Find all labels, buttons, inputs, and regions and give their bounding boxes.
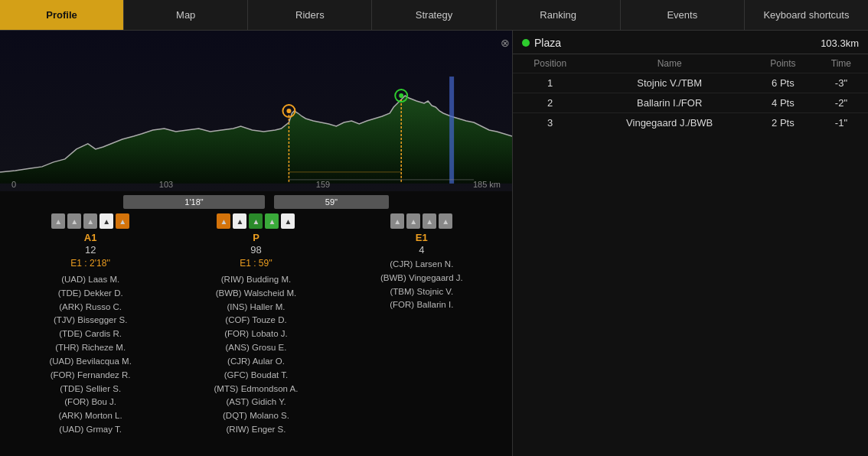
group-p-number: 98 (250, 244, 261, 256)
group-a1-label: A1 (84, 232, 97, 243)
svg-rect-7 (449, 77, 454, 184)
rider-p-6: (ANS) Grosu E. (214, 341, 299, 355)
row2-name: Ballarin I./FOR (587, 93, 752, 113)
table-header-row: Position Name Points Time (513, 54, 868, 73)
row1-time: -3" (814, 73, 868, 93)
location-name: Plaza (534, 37, 561, 49)
rider-p-8: (GFC) Boudat T. (214, 369, 299, 383)
rider-a1-7: (UAD) Bevilacqua M. (49, 355, 131, 369)
svg-point-3 (286, 109, 291, 113)
profile-chart (0, 31, 512, 191)
green-dot-icon (522, 39, 530, 47)
rider-a1-1: (UAD) Laas M. (49, 273, 131, 287)
main-content: ► (0, 31, 868, 456)
group-e1-label: E1 (416, 232, 428, 243)
rider-a1-5: (TDE) Cardis R. (49, 327, 131, 341)
time-bars: 1'18" 59'' (8, 195, 504, 209)
rider-p-4: (COF) Touze D. (214, 314, 299, 327)
rider-p-7: (CJR) Aular O. (214, 355, 299, 369)
rider-p-1: (RIW) Budding M. (214, 273, 299, 287)
tab-profile[interactable]: Profile (0, 0, 124, 30)
tab-events[interactable]: Events (621, 0, 745, 30)
jersey-white-2: ▲ (233, 213, 246, 229)
jersey-green-1: ▲ (249, 213, 263, 229)
jersey-gray-6: ▲ (423, 213, 436, 229)
row3-time: -1" (814, 113, 868, 133)
ranking-table: Position Name Points Time 1 Stojnic V./T… (513, 54, 868, 132)
time-bar-2: 59'' (274, 195, 389, 209)
ranking-panel: ⊗ Plaza 103.3km Position Name Points Tim… (513, 31, 868, 456)
col-time: Time (814, 54, 868, 73)
jersey-gray-1: ▲ (51, 213, 65, 229)
tab-keyboard-shortcuts[interactable]: Keyboard shortcuts (745, 0, 868, 30)
group-columns: ▲ ▲ ▲ ▲ ▲ A1 12 E1 : 2'18'' (UAD) Laas M… (8, 213, 504, 437)
time-bar-1: 1'18" (123, 195, 265, 209)
rider-list-p: (RIW) Budding M. (BWB) Walscheid M. (INS… (214, 273, 299, 437)
row1-points: 6 Pts (752, 73, 814, 93)
rider-e1-3: (TBM) Stojnic V. (380, 285, 463, 299)
rider-a1-6: (THR) Richeze M. (49, 341, 131, 355)
jersey-row-e1: ▲ ▲ ▲ ▲ (390, 213, 452, 229)
km-label-185: 185 km (473, 180, 501, 189)
tab-ranking[interactable]: Ranking (497, 0, 621, 30)
jersey-white-1: ▲ (100, 213, 113, 229)
groups-area: 1'18" 59'' ▲ ▲ ▲ ▲ ▲ A1 12 E1 : 2'18'' (0, 195, 512, 437)
rider-a1-11: (ARK) Morton L. (49, 409, 131, 423)
rider-a1-9: (TDE) Sellier S. (49, 383, 131, 396)
rider-p-5: (FOR) Lobato J. (214, 327, 299, 341)
rider-p-12: (RIW) Enger S. (214, 423, 299, 437)
km-labels: 0 103 159 185 km (0, 180, 512, 189)
rider-p-11: (DQT) Molano S. (214, 409, 299, 423)
jersey-gray-7: ▲ (439, 213, 452, 229)
close-panel-icon[interactable]: ⊗ (501, 37, 510, 49)
row1-name: Stojnic V./TBM (587, 73, 752, 93)
km-label-159: 159 (316, 180, 330, 189)
rider-p-10: (AST) Gidich Y. (214, 396, 299, 409)
col-points: Points (752, 54, 814, 73)
panel-header: Plaza 103.3km (513, 31, 868, 54)
row1-position: 1 (513, 73, 587, 93)
group-p: ▲ ▲ ▲ ▲ ▲ P 98 E1 : 59'' (RIW) Budding M… (179, 213, 332, 437)
group-e1-number: 4 (419, 244, 424, 256)
table-row: 2 Ballarin I./FOR 4 Pts -2" (513, 93, 868, 113)
jersey-orange-1: ▲ (116, 213, 129, 229)
row3-points: 2 Pts (752, 113, 814, 133)
rider-list-e1: (CJR) Larsen N. (BWB) Vingegaard J. (TBM… (380, 258, 463, 312)
jersey-gray-2: ▲ (67, 213, 81, 229)
rider-p-3: (INS) Haller M. (214, 301, 299, 314)
svg-point-6 (399, 93, 403, 98)
table-row: 3 Vingegaard J./BWB 2 Pts -1" (513, 113, 868, 133)
group-a1: ▲ ▲ ▲ ▲ ▲ A1 12 E1 : 2'18'' (UAD) Laas M… (14, 213, 167, 437)
group-a1-time: E1 : 2'18'' (70, 258, 110, 269)
jersey-row-p: ▲ ▲ ▲ ▲ ▲ (217, 213, 295, 229)
nav-tabs: Profile Map Riders Strategy Ranking Even… (0, 0, 868, 31)
table-row: 1 Stojnic V./TBM 6 Pts -3" (513, 73, 868, 93)
km-label-0: 0 (11, 180, 16, 189)
tab-riders[interactable]: Riders (248, 0, 372, 30)
row3-position: 3 (513, 113, 587, 133)
jersey-green-2: ▲ (265, 213, 279, 229)
rider-e1-2: (BWB) Vingegaard J. (380, 272, 463, 285)
row3-name: Vingegaard J./BWB (587, 113, 752, 133)
panel-distance: 103.3km (821, 37, 859, 49)
rider-a1-4: (TJV) Bissegger S. (49, 314, 131, 327)
rider-p-9: (MTS) Edmondson A. (214, 383, 299, 396)
jersey-white-3: ▲ (281, 213, 295, 229)
col-name: Name (587, 54, 752, 73)
tab-strategy[interactable]: Strategy (372, 0, 496, 30)
rider-e1-4: (FOR) Ballarin I. (380, 298, 463, 312)
rider-list-a1: (UAD) Laas M. (TDE) Dekker D. (ARK) Russ… (49, 273, 131, 437)
rider-a1-3: (ARK) Russo C. (49, 301, 131, 314)
rider-p-2: (BWB) Walscheid M. (214, 287, 299, 301)
rider-a1-8: (FOR) Fernandez R. (49, 369, 131, 383)
jersey-gray-4: ▲ (390, 213, 404, 229)
jersey-gray-5: ▲ (406, 213, 420, 229)
chart-area: ► (0, 31, 513, 456)
rider-a1-2: (TDE) Dekker D. (49, 287, 131, 301)
panel-location: Plaza (522, 37, 561, 49)
tab-map[interactable]: Map (124, 0, 248, 30)
km-label-103: 103 (159, 180, 173, 189)
group-e1: ▲ ▲ ▲ ▲ E1 4 (CJR) Larsen N. (BWB) Vinge… (345, 213, 498, 437)
jersey-gray-3: ▲ (83, 213, 97, 229)
jersey-row-a1: ▲ ▲ ▲ ▲ ▲ (51, 213, 129, 229)
